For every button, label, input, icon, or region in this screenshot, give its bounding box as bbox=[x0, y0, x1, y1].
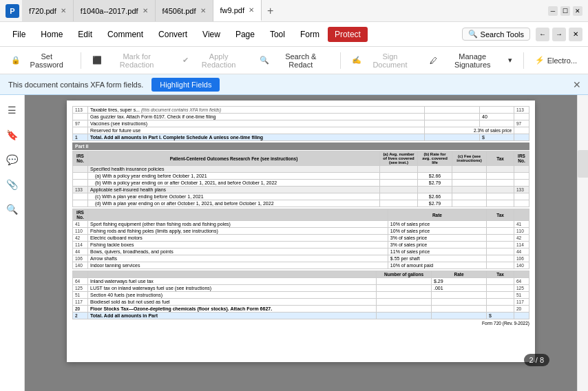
table-cell bbox=[380, 187, 418, 193]
row-num: 20 bbox=[73, 306, 88, 313]
tab-bar: f720.pdf ✕ f1040a--2017.pdf ✕ f4506t.pdf… bbox=[22, 0, 543, 21]
tab-close-icon[interactable]: ✕ bbox=[143, 7, 148, 14]
table-cell bbox=[73, 200, 88, 207]
table-cell: $.29 bbox=[432, 278, 487, 285]
table-cell bbox=[380, 166, 418, 173]
table-cell: $2.66 bbox=[418, 173, 452, 180]
minimize-button[interactable]: ─ bbox=[548, 6, 558, 16]
table-cell: (d) With a plan year ending on or after … bbox=[88, 200, 380, 207]
table-cell bbox=[487, 292, 514, 299]
sidebar-right-handle[interactable] bbox=[578, 150, 588, 178]
sign-document-button[interactable]: ✍ Sign Document bbox=[346, 50, 421, 72]
apply-icon: ✔ bbox=[182, 56, 189, 65]
table-cell: 110 bbox=[514, 228, 529, 235]
electro-icon: ⚡ bbox=[535, 56, 545, 65]
table-cell bbox=[514, 180, 529, 187]
part2-header: Part II bbox=[72, 142, 529, 150]
nav-close-button[interactable]: ✕ bbox=[569, 28, 582, 41]
menu-comment[interactable]: Comment bbox=[101, 27, 150, 42]
manage-signatures-button[interactable]: 🖊 Manage Signatures ▾ bbox=[424, 50, 518, 72]
tab-close-icon[interactable]: ✕ bbox=[61, 7, 66, 14]
menu-home[interactable]: Home bbox=[34, 27, 70, 42]
sidebar-item-pages[interactable]: ☰ bbox=[3, 101, 22, 120]
tab-f1040a[interactable]: f1040a--2017.pdf ✕ bbox=[74, 0, 156, 21]
tab-label: fw9.pdf bbox=[220, 6, 244, 14]
table-cell: 2.3% of sales price bbox=[425, 127, 514, 134]
row-num: 110 bbox=[73, 228, 88, 235]
menu-protect[interactable]: Protect bbox=[328, 27, 368, 42]
table-cell bbox=[487, 242, 514, 249]
table-cell: Electric outboard motors bbox=[88, 235, 388, 242]
table-cell: Vaccines (see instructions) bbox=[88, 120, 425, 127]
nav-back-button[interactable]: ← bbox=[536, 28, 549, 41]
table-cell: Reserved for future use bbox=[88, 127, 425, 134]
close-button[interactable]: ✕ bbox=[573, 6, 582, 16]
electro-button[interactable]: ⚡ Electro... bbox=[529, 53, 582, 67]
row-num: 64 bbox=[73, 278, 88, 285]
table-cell: 117 bbox=[514, 299, 529, 306]
table-cell: $ bbox=[487, 313, 514, 319]
search-redact-button[interactable]: 🔍 Search & Redact bbox=[254, 50, 335, 72]
col-header: Tax bbox=[487, 209, 514, 221]
table-cell bbox=[380, 193, 418, 200]
tab-label: f1040a--2017.pdf bbox=[81, 7, 138, 15]
sidebar-item-attachments[interactable]: 📎 bbox=[3, 175, 22, 194]
table-cell bbox=[452, 193, 487, 200]
table-cell bbox=[487, 255, 514, 262]
table-cell bbox=[73, 193, 88, 200]
col-header: Rate bbox=[388, 209, 486, 221]
col-header: Patient-Centered Outcomes Research Fee (… bbox=[88, 151, 380, 166]
tab-close-icon[interactable]: ✕ bbox=[200, 7, 206, 14]
pdf-viewer[interactable]: 113 Taxable tires, super s... (this docu… bbox=[25, 95, 577, 391]
pdf-page: 113 Taxable tires, super s... (this docu… bbox=[67, 101, 535, 362]
table-cell: Bows, quivers, broadheads, and points bbox=[88, 249, 388, 255]
sidebar-item-comments[interactable]: 💬 bbox=[3, 150, 22, 169]
add-tab-button[interactable]: + bbox=[262, 5, 279, 17]
window-controls: ─ ☐ ✕ bbox=[548, 6, 582, 16]
tab-close-icon[interactable]: ✕ bbox=[249, 6, 254, 14]
menu-edit[interactable]: Edit bbox=[71, 27, 99, 42]
table-cell bbox=[452, 180, 487, 187]
table-cell bbox=[487, 173, 514, 180]
table-cell bbox=[380, 180, 418, 187]
table-cell: $2.79 bbox=[418, 200, 452, 207]
sidebar-item-search[interactable]: 🔍 bbox=[3, 200, 22, 219]
tab-f4506t[interactable]: f4506t.pdf ✕ bbox=[156, 0, 213, 21]
table-cell: 114 bbox=[514, 242, 529, 249]
sidebar-item-bookmarks[interactable]: 🔖 bbox=[3, 125, 22, 145]
table-cell bbox=[487, 166, 514, 173]
set-password-button[interactable]: 🔒 Set Password bbox=[6, 50, 75, 72]
col-header bbox=[514, 271, 529, 278]
table-cell bbox=[480, 107, 514, 114]
table-cell: .001 bbox=[432, 285, 487, 292]
notification-close-button[interactable]: ✕ bbox=[573, 79, 581, 90]
menu-convert[interactable]: Convert bbox=[151, 27, 194, 42]
table-cell bbox=[480, 120, 514, 127]
tab-f720[interactable]: f720.pdf ✕ bbox=[22, 0, 74, 21]
maximize-button[interactable]: ☐ bbox=[560, 6, 570, 16]
row-num: 140 bbox=[73, 262, 88, 269]
menu-file[interactable]: File bbox=[6, 27, 32, 42]
highlight-fields-button[interactable]: Highlight Fields bbox=[151, 78, 220, 92]
menu-page[interactable]: Page bbox=[229, 27, 262, 42]
table-cell bbox=[425, 107, 480, 114]
apply-redaction-button[interactable]: ✔ Apply Redaction bbox=[177, 50, 252, 72]
row-num: 44 bbox=[73, 249, 88, 255]
sign-icon: ✍ bbox=[352, 56, 361, 65]
redact-icon: ⬛ bbox=[92, 56, 102, 65]
row-num: 125 bbox=[73, 285, 88, 292]
col-header bbox=[73, 271, 88, 278]
table-cell bbox=[418, 166, 452, 173]
menu-form[interactable]: Form bbox=[293, 27, 326, 42]
tab-fw9[interactable]: fw9.pdf ✕ bbox=[213, 0, 262, 21]
nav-forward-button[interactable]: → bbox=[552, 28, 566, 41]
table-cell bbox=[452, 173, 487, 180]
search-tools[interactable]: 🔍 Search Tools bbox=[462, 28, 530, 41]
mark-redaction-button[interactable]: ⬛ Mark for Redaction bbox=[87, 50, 174, 72]
menu-tool[interactable]: Tool bbox=[263, 27, 292, 42]
notification-bar: This document contains XFA form fields. … bbox=[0, 74, 588, 95]
table-cell: Total. Add all amounts in Part bbox=[88, 313, 377, 319]
row-num: 117 bbox=[73, 299, 88, 306]
table-cell: (b) With a policy year ending on or afte… bbox=[88, 180, 380, 187]
menu-view[interactable]: View bbox=[196, 27, 227, 42]
